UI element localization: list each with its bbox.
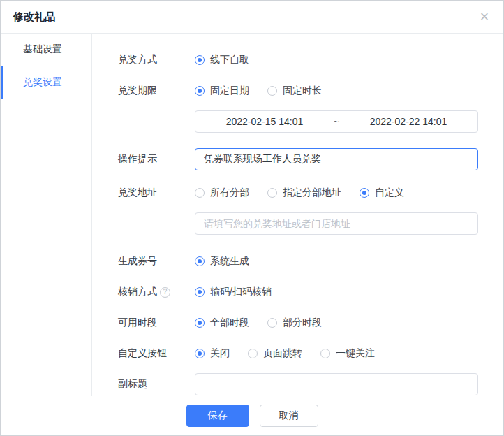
tab-basic-settings[interactable]: 基础设置 — [1, 34, 91, 66]
radio-custom-address[interactable]: 自定义 — [360, 187, 404, 199]
form-row-redeem-address: 兑奖地址 所有分部 指定分部地址 自定义 — [118, 182, 503, 204]
radio-icon — [267, 86, 277, 96]
radio-partial-time[interactable]: 部分时段 — [267, 317, 322, 329]
radio-label: 指定分部地址 — [283, 187, 341, 199]
available-time-label: 可用时段 — [118, 317, 195, 329]
radio-code-scan-verify[interactable]: 输码/扫码核销 — [195, 286, 272, 298]
dialog-title: 修改礼品 — [13, 10, 55, 24]
radio-icon — [267, 318, 277, 328]
form-row-redeem-method: 兑奖方式 线下自取 — [118, 49, 503, 71]
form-row-verify-method: 核销方式 ? 输码/扫码核销 — [118, 281, 503, 303]
radio-fixed-date[interactable]: 固定日期 — [195, 85, 249, 97]
radio-all-time[interactable]: 全部时段 — [195, 317, 249, 329]
form-row-subtitle: 副标题 — [118, 373, 503, 395]
help-icon[interactable]: ? — [160, 287, 170, 298]
verify-method-label: 核销方式 — [118, 286, 157, 298]
tab-redeem-settings[interactable]: 兑奖设置 — [1, 66, 91, 99]
radio-label: 固定日期 — [210, 85, 249, 97]
radio-label: 关闭 — [210, 347, 230, 360]
radio-label: 部分时段 — [283, 317, 322, 329]
radio-icon — [195, 188, 205, 198]
dialog-header: 修改礼品 × — [1, 1, 503, 34]
form-row-redeem-period: 兑奖期限 固定日期 固定时长 — [118, 80, 503, 102]
date-separator: ~ — [334, 116, 339, 127]
radio-label: 全部时段 — [210, 317, 249, 329]
date-start[interactable]: 2022-02-15 14:01 — [226, 116, 304, 127]
radio-offline-pickup[interactable]: 线下自取 — [195, 54, 249, 66]
form-row-address-input — [118, 212, 503, 235]
radio-label: 输码/扫码核销 — [210, 286, 272, 298]
form-row-custom-button: 自定义按钮 关闭 页面跳转 一键关注 — [118, 342, 503, 365]
form-row-date-range: 2022-02-15 14:01 ~ 2022-02-22 14:01 — [118, 110, 503, 133]
redeem-address-label: 兑奖地址 — [118, 187, 195, 199]
date-range-picker[interactable]: 2022-02-15 14:01 ~ 2022-02-22 14:01 — [195, 110, 478, 133]
radio-fixed-duration[interactable]: 固定时长 — [267, 85, 322, 97]
radio-icon — [195, 287, 205, 297]
form-row-available-time: 可用时段 全部时段 部分时段 — [118, 312, 503, 334]
radio-system-generated[interactable]: 系统生成 — [195, 255, 249, 268]
radio-label: 系统生成 — [210, 255, 249, 268]
radio-icon — [267, 188, 277, 198]
redeem-method-label: 兑奖方式 — [118, 54, 195, 66]
radio-icon — [195, 256, 205, 266]
custom-button-label: 自定义按钮 — [118, 347, 195, 360]
close-icon[interactable]: × — [475, 8, 494, 26]
form-row-coupon-number: 生成券号 系统生成 — [118, 250, 503, 272]
save-button[interactable]: 保存 — [186, 405, 249, 427]
redeem-period-label: 兑奖期限 — [118, 85, 195, 97]
radio-icon — [195, 86, 205, 96]
operation-tip-input[interactable] — [195, 148, 478, 170]
radio-icon — [320, 349, 330, 358]
radio-one-click-follow[interactable]: 一键关注 — [320, 347, 375, 360]
radio-icon — [195, 349, 205, 358]
address-input[interactable] — [195, 212, 478, 235]
radio-icon — [195, 55, 205, 65]
dialog-footer: 保存 取消 — [1, 396, 503, 435]
operation-tip-label: 操作提示 — [118, 153, 195, 166]
radio-page-jump[interactable]: 页面跳转 — [248, 347, 302, 360]
radio-label: 固定时长 — [283, 85, 322, 97]
radio-label: 自定义 — [375, 187, 404, 199]
radio-icon — [195, 318, 205, 328]
settings-sidebar: 基础设置 兑奖设置 — [1, 34, 92, 396]
edit-gift-dialog: 修改礼品 × 基础设置 兑奖设置 兑奖方式 线下自取 兑奖期限 — [0, 0, 504, 436]
radio-specified-branch[interactable]: 指定分部地址 — [267, 187, 341, 199]
form-content: 兑奖方式 线下自取 兑奖期限 固定日期 — [92, 34, 503, 396]
radio-label: 一键关注 — [336, 347, 375, 360]
subtitle-label: 副标题 — [118, 378, 195, 391]
radio-label: 页面跳转 — [263, 347, 302, 360]
date-end[interactable]: 2022-02-22 14:01 — [370, 116, 447, 127]
radio-label: 所有分部 — [210, 187, 249, 199]
radio-close-option[interactable]: 关闭 — [195, 347, 230, 360]
coupon-number-label: 生成券号 — [118, 255, 195, 268]
form-row-operation-tip: 操作提示 — [118, 148, 503, 170]
dialog-body: 基础设置 兑奖设置 兑奖方式 线下自取 兑奖期限 — [1, 34, 503, 396]
radio-icon — [360, 188, 369, 198]
subtitle-input[interactable] — [195, 373, 478, 395]
radio-all-branches[interactable]: 所有分部 — [195, 187, 249, 199]
radio-label: 线下自取 — [210, 54, 249, 66]
cancel-button[interactable]: 取消 — [260, 405, 318, 427]
radio-icon — [248, 349, 258, 358]
